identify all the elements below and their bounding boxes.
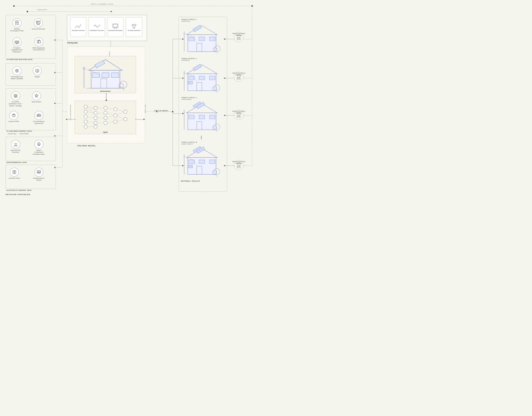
svg-marker-5 bbox=[111, 11, 112, 12]
svg-rect-108 bbox=[102, 73, 109, 77]
house-yearn-svg bbox=[180, 146, 223, 177]
pv-capex-label: PV CAPEX (Installation + BoS + Module + … bbox=[9, 101, 22, 107]
svg-rect-62 bbox=[38, 40, 39, 41]
svg-point-135 bbox=[114, 120, 117, 123]
deployment-label: DEPLOYMENT bbox=[154, 110, 169, 111]
training-data-label: Training Data bbox=[67, 42, 78, 44]
pv-eff-icon bbox=[34, 111, 43, 120]
electricity-label: Eletricity Consumption Profile bbox=[10, 28, 24, 32]
resale-interest-label: + Resale Value + Interest Rates bbox=[7, 133, 29, 135]
svg-point-122 bbox=[84, 120, 87, 123]
bess-icon bbox=[34, 38, 43, 46]
market-data-title: PV and BESS Market Data bbox=[7, 130, 32, 132]
svg-point-226 bbox=[239, 78, 241, 79]
agent-label: Agent bbox=[75, 131, 136, 133]
svg-point-134 bbox=[114, 114, 117, 117]
svg-rect-52 bbox=[37, 22, 38, 22]
year-3-subtitle: install module y bbox=[181, 98, 225, 100]
budget-icon-cell: $ Budget bbox=[33, 66, 42, 78]
environmental-data-icon bbox=[34, 19, 43, 27]
svg-point-238 bbox=[239, 166, 241, 168]
computational-label: Computational Analysis bbox=[108, 29, 123, 31]
tech-constraints-label: Technological and Spatial Constraints bbox=[10, 76, 24, 80]
house-year1-svg bbox=[180, 23, 223, 54]
environment-house-svg bbox=[78, 57, 133, 91]
probabilistic-label: Probabilistic Processes bbox=[89, 29, 104, 31]
house-year2-svg bbox=[180, 62, 223, 93]
bess-capex-icon: $ bbox=[32, 91, 41, 100]
svg-marker-163 bbox=[187, 26, 217, 35]
svg-rect-166 bbox=[189, 37, 194, 41]
svg-line-142 bbox=[87, 117, 94, 118]
svg-marker-104 bbox=[89, 59, 122, 70]
svg-point-127 bbox=[94, 121, 97, 125]
probabilistic-item: Probabilistic Processes bbox=[89, 17, 105, 37]
consumer-prices-icon: $ bbox=[10, 168, 19, 177]
apply-current-data-label: APPLY CURRENT DATA bbox=[91, 3, 113, 5]
svg-line-150 bbox=[107, 113, 114, 116]
opex-icon-cell: System's OPEX bbox=[9, 111, 19, 123]
svg-text:$: $ bbox=[14, 171, 15, 174]
budget-icon: $ bbox=[33, 66, 42, 75]
svg-text:$: $ bbox=[37, 69, 38, 72]
year-2-title: YEAR (STEP) 2 bbox=[181, 58, 225, 59]
grid-emissions-label: Electricity Grid Emissions bbox=[9, 149, 22, 153]
svg-line-152 bbox=[107, 122, 114, 123]
observation-left-arrow bbox=[65, 117, 76, 121]
svg-point-225 bbox=[237, 78, 238, 79]
consumer-prices-label: Consumer Prices bbox=[9, 177, 20, 179]
stochastic-label: Stochastic Scenarios bbox=[72, 29, 85, 31]
svg-rect-178 bbox=[189, 76, 194, 80]
svg-rect-191 bbox=[189, 115, 194, 119]
svg-marker-162 bbox=[66, 119, 67, 120]
neural-net-svg bbox=[78, 102, 133, 132]
pv-system-label: PV System Degradation and Performance bbox=[10, 47, 24, 53]
environment-box: Environment bbox=[75, 56, 136, 93]
opex-icon bbox=[9, 111, 18, 120]
svg-line-143 bbox=[87, 122, 94, 123]
grid-em-icon-cell: Electricity Grid Emissions bbox=[9, 140, 22, 153]
conditions-year2: Internal and external conditions bbox=[232, 72, 246, 76]
training-data-box: Stochastic Scenarios Probabilistic Proce… bbox=[67, 15, 147, 41]
computational-item: Computational Analysis bbox=[107, 17, 124, 37]
svg-point-13 bbox=[54, 135, 56, 136]
svg-rect-192 bbox=[199, 115, 205, 119]
conditions-yearn-circle bbox=[234, 160, 244, 170]
pv-system-icon-cell: PV System Degradation and Performance bbox=[10, 38, 24, 53]
conditions-year3: Internal and external conditions bbox=[232, 110, 246, 114]
env-data-title: Environmental Data bbox=[7, 162, 27, 163]
svg-point-237 bbox=[237, 166, 238, 168]
simulate-label: SIMULATE bbox=[37, 9, 47, 11]
action-right-arrow bbox=[135, 117, 145, 121]
bess-label: BESS Degradation and Performance bbox=[32, 47, 46, 51]
year-1-title: YEAR (STEP) 1 bbox=[181, 19, 225, 20]
svg-text:$: $ bbox=[15, 95, 16, 97]
action-vertical-label: ACTION bbox=[145, 105, 146, 113]
pv-capex-icon-cell: $ PV CAPEX (Installation + BoS + Module … bbox=[9, 91, 22, 107]
svg-point-133 bbox=[114, 107, 117, 111]
svg-marker-175 bbox=[187, 65, 217, 74]
svg-line-155 bbox=[117, 116, 124, 119]
decision-variables-label: DECISION VARIABLES bbox=[6, 193, 30, 195]
svg-line-156 bbox=[117, 119, 124, 122]
svg-line-154 bbox=[117, 112, 124, 116]
embodied-carbon-icon: CO₂ bbox=[34, 140, 43, 149]
svg-rect-167 bbox=[199, 37, 205, 41]
rl-operation-label: RL Based Operation bbox=[128, 29, 140, 31]
optimal-policy-label: OPTIMAL POLICY bbox=[181, 180, 200, 182]
pv-system-icon bbox=[12, 38, 21, 46]
svg-rect-107 bbox=[92, 73, 100, 77]
tech-budget-box: Technological and Spatial Constraints $ … bbox=[6, 63, 56, 86]
net-metering-label: Net-Metering/ FIT Policies bbox=[32, 177, 46, 181]
year-1-subtitle: install array x bbox=[181, 20, 225, 22]
bess-icon-cell: BESS Degradation and Performance bbox=[32, 38, 46, 51]
year-3-title: YEAR (STEP) 3 bbox=[181, 97, 225, 98]
year-1-container: YEAR (STEP) 1 install array x bbox=[180, 19, 225, 54]
svg-point-67 bbox=[16, 70, 18, 71]
net-metering-icon bbox=[34, 168, 43, 177]
conditions-yearn-icon bbox=[235, 161, 242, 169]
svg-point-129 bbox=[104, 106, 107, 110]
svg-marker-158 bbox=[105, 100, 107, 101]
svg-line-153 bbox=[117, 109, 124, 112]
svg-marker-160 bbox=[143, 119, 145, 120]
